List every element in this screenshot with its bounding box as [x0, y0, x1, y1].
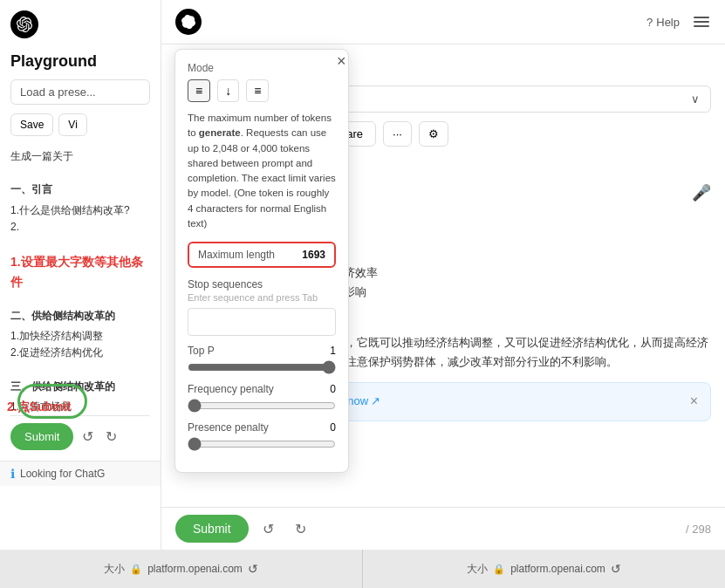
top-p-slider[interactable]	[188, 360, 336, 374]
mode-icon-download[interactable]: ↓	[217, 79, 239, 102]
settings-modal: Mode ≡ ↓ ≡ The maximum number of tokens …	[174, 49, 349, 473]
presence-penalty-slider[interactable]	[188, 437, 336, 451]
presence-penalty-row: Presence penalty 0	[188, 421, 336, 434]
size-label-left: 大小	[104, 562, 125, 577]
max-length-label: Maximum length	[198, 249, 275, 261]
settings-button-right[interactable]: ⚙	[419, 121, 448, 147]
stop-seq-hint: Enter sequence and press Tab	[188, 292, 336, 303]
lock-icon-right: 🔒	[493, 564, 505, 575]
mode-label: Mode	[188, 62, 336, 74]
close-notification-button[interactable]: ×	[690, 393, 698, 409]
presence-penalty-value: 0	[330, 421, 336, 434]
freq-penalty-value: 0	[330, 383, 336, 395]
top-p-label: Top P	[188, 345, 215, 357]
mode-icons-row: ≡ ↓ ≡	[188, 79, 336, 102]
right-bottom-bar: Submit ↺ ↻ / 298	[161, 507, 725, 550]
help-circle-icon: ?	[646, 16, 653, 29]
menu-line-3	[694, 25, 709, 27]
submit-button-right[interactable]: Submit	[175, 515, 249, 543]
token-count: / 298	[686, 523, 711, 536]
mode-icon-list[interactable]: ≡	[188, 79, 210, 102]
freq-penalty-label: Frequency penalty	[188, 383, 274, 395]
mode-icon-columns[interactable]: ≡	[246, 79, 269, 102]
chevron-down-icon: ∨	[691, 92, 700, 106]
refresh-icon-left[interactable]: ↺	[248, 562, 258, 576]
url-left: platform.openai.com	[147, 563, 243, 575]
menu-button[interactable]	[692, 15, 711, 29]
bold-generate: generate	[199, 127, 241, 138]
help-label: Help	[656, 16, 680, 29]
lock-icon-left: 🔒	[130, 564, 142, 575]
max-length-value[interactable]: 1693	[302, 249, 325, 261]
undo-button-right[interactable]: ↺	[256, 517, 281, 541]
freq-penalty-slider[interactable]	[188, 399, 336, 413]
mic-icon: 🎤	[692, 180, 711, 207]
more-options-button[interactable]: ···	[383, 121, 412, 147]
url-right: platform.openai.com	[510, 563, 605, 575]
menu-line-1	[694, 17, 709, 18]
refresh-button-right[interactable]: ↻	[288, 517, 313, 541]
menu-line-2	[694, 21, 709, 23]
browser-tab-left: 大小 🔒 platform.openai.com ↺	[0, 550, 363, 588]
presence-penalty-label: Presence penalty	[188, 421, 269, 434]
right-header: ? Help	[161, 0, 725, 44]
browser-bottom-bar: 大小 🔒 platform.openai.com ↺ 大小 🔒 platform…	[0, 550, 725, 588]
help-button[interactable]: ? Help	[646, 16, 680, 29]
top-p-row: Top P 1	[188, 345, 336, 357]
modal-close-button[interactable]: ×	[337, 52, 346, 71]
max-length-row: Maximum length 1693	[188, 242, 336, 268]
modal-overlay: × Mode ≡ ↓ ≡ The maximum number of token…	[0, 0, 161, 550]
browser-tab-right: 大小 🔒 platform.openai.com ↺	[363, 550, 725, 588]
freq-penalty-row: Frequency penalty 0	[188, 383, 336, 395]
refresh-icon-right[interactable]: ↺	[611, 562, 621, 576]
stop-seq-label: Stop sequences	[188, 278, 336, 291]
openai-logo-right	[175, 9, 202, 35]
modal-description-text: The maximum number of tokens to generate…	[188, 111, 336, 231]
external-link-icon: ↗	[371, 392, 380, 411]
top-p-value: 1	[330, 345, 336, 357]
size-label-right: 大小	[467, 562, 488, 577]
stop-seq-input[interactable]	[188, 308, 336, 336]
